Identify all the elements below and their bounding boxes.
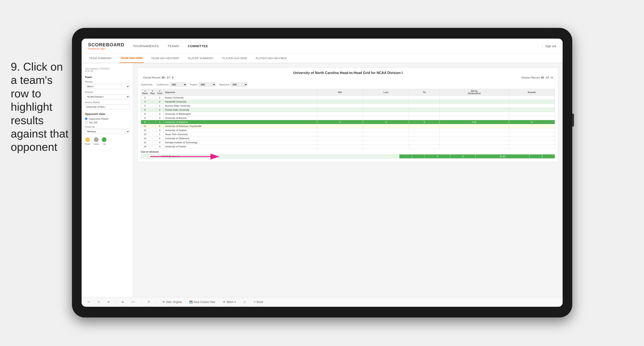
cell-conf: 2 (156, 136, 164, 140)
division-select[interactable]: NCAA Division I (85, 94, 130, 99)
diff-header: Diff AvStrokes/Rnd (440, 89, 509, 96)
cell-diff (440, 132, 509, 136)
sidebar-division-label: Division (85, 91, 130, 93)
nav-items: TOURNAMENTS TEAMS COMMITTEE (133, 43, 542, 49)
cell-tie: 0 (409, 120, 440, 124)
top100-radio[interactable]: Top 100 (85, 121, 130, 124)
sub-nav-team-summary[interactable]: TEAM SUMMARY (88, 54, 113, 63)
table-row[interactable]: 14 - 2 University of Oklahoma (141, 136, 555, 140)
table-row[interactable]: 13 - 1 Texas Tech University (141, 132, 555, 136)
navigation-bar: SCOREBOARD Powered by clippi TOURNAMENTS… (82, 39, 562, 54)
share-options-button[interactable]: ⬡ (242, 300, 248, 304)
cell-opponent: Auburn University (164, 96, 317, 100)
cell-conf: 5 (156, 120, 164, 124)
table-body: 2 - 1 Auburn University 3 - 2 Vanderbilt… (141, 96, 555, 149)
sub-nav-player-summary[interactable]: PLAYER SUMMARY (187, 54, 215, 63)
toolbar-sep-3 (156, 300, 156, 304)
sidebar-school-label: School (Rank) (85, 101, 130, 104)
sidebar-gender-label: Gender (85, 80, 130, 83)
tablet-screen: SCOREBOARD Powered by clippi TOURNAMENTS… (82, 39, 562, 307)
rounds-header: Rounds (509, 89, 555, 96)
table-row[interactable]: 4 - 1 Arizona State University (141, 104, 555, 108)
table-row[interactable]: 15 - 4 Georgia Institute of Technology (141, 140, 555, 145)
cell-reg: - (149, 124, 156, 128)
cell-opponent: University of Arizona (164, 116, 317, 120)
sidebar-legend: Down Level Up (85, 137, 130, 145)
undo-button[interactable]: ↩ (86, 300, 92, 304)
cell-tie (409, 116, 440, 120)
table-row[interactable]: 9 - 3 University of Arizona (141, 116, 555, 120)
cell-rank: 8 (141, 112, 149, 116)
cell-conf: 3 (156, 145, 164, 149)
gender-select[interactable]: Men's (85, 84, 130, 89)
table-row[interactable]: 10 - 5 University of Alabama 3 0 0 2.61 … (141, 120, 555, 124)
rank-header: #Rank (141, 89, 149, 96)
table-row[interactable]: 6 - 2 Florida State University (141, 108, 555, 112)
cell-win (317, 116, 363, 120)
out-of-division-row[interactable]: NCAA Division II 1 0 0 26.00 3 (141, 154, 555, 159)
cell-rank: 9 (141, 116, 149, 120)
nav-committee[interactable]: COMMITTEE (188, 43, 208, 49)
sign-out-button[interactable]: Sign out (545, 44, 556, 48)
cell-loss (363, 132, 409, 136)
opponent-select[interactable]: (All) (230, 82, 248, 87)
ood-rounds: 3 (529, 154, 555, 159)
cell-win (317, 100, 363, 104)
filter-row: Opponents: Conference (All) Region (All) (141, 82, 555, 87)
opponents-label: Opponents: (141, 83, 153, 86)
cell-opponent: University of Washington (164, 112, 317, 116)
cell-opponent: Georgia Institute of Technology (164, 140, 317, 145)
nav-tournaments[interactable]: TOURNAMENTS (133, 43, 159, 49)
region-select[interactable]: (All) (199, 82, 216, 87)
cell-reg: - (149, 108, 156, 112)
sub-nav-team-h2h-heatmap[interactable]: TEAM H2H HEATMAP (150, 54, 180, 63)
sub-nav-team-h2h-grid[interactable]: TEAM H2H GRID (120, 54, 144, 63)
colour-by-select[interactable]: Win/loss (85, 129, 130, 134)
table-row[interactable]: 8 - 2 University of Washington (141, 112, 555, 116)
redo-button[interactable]: ↪ (96, 300, 101, 304)
share-icon: ↗ (254, 301, 256, 304)
legend-up: Up (102, 137, 106, 145)
logo-powered: Powered by clippi (88, 48, 124, 50)
table-row[interactable]: 2 - 1 Auburn University (141, 96, 555, 100)
ood-win: 1 (400, 154, 425, 159)
cell-rounds (509, 128, 555, 132)
instruction-text: 9. Click on a team's row to highlight re… (11, 60, 71, 154)
sub-nav-player-h2h-grid[interactable]: PLAYER H2H GRID (221, 54, 248, 63)
cell-rank: 12 (141, 128, 149, 132)
division-record: Division Record: 88 - 17 - 0 (522, 76, 553, 79)
cell-win (317, 128, 363, 132)
legend-level-dot (94, 137, 98, 142)
sub-nav-player-h2h-heatmap[interactable]: PLAYER H2H HEATMAP (255, 54, 288, 63)
sidebar: Last Updated: 27/03/2024 16:55:38 Team G… (82, 63, 133, 297)
cell-opponent: University of Oklahoma (164, 136, 317, 140)
cell-loss (363, 145, 409, 149)
cell-loss (363, 124, 409, 128)
table-row[interactable]: 16 - 3 University of Florida (141, 145, 555, 149)
copy-button[interactable]: ⧉ (120, 300, 126, 304)
tablet-button (572, 114, 574, 127)
watch-button[interactable]: 👁 Watch ▾ (221, 300, 238, 304)
conference-select[interactable]: (All) (170, 82, 187, 87)
clock-button[interactable]: ⏱ (146, 300, 152, 304)
cell-conf: 3 (156, 128, 164, 132)
table-row[interactable]: 11 - 6 University of Arkansas, Fayettevi… (141, 124, 555, 128)
table-row[interactable]: 12 - 3 University of Virginia (141, 128, 555, 132)
table-row[interactable]: 3 - 2 Vanderbilt University (141, 100, 555, 104)
nav-teams[interactable]: TEAMS (168, 43, 179, 49)
add-button[interactable]: +○- (130, 300, 137, 304)
step-back-button[interactable]: ⟲ (106, 300, 111, 304)
cell-loss (363, 136, 409, 140)
cell-loss (363, 112, 409, 116)
opponents-played-radio[interactable]: Opponents Played (85, 117, 130, 120)
cell-reg: - (149, 116, 156, 120)
share-button[interactable]: ↗ Share (252, 300, 265, 304)
save-custom-view-button[interactable]: 💾 Save Custom View (188, 300, 217, 304)
ood-conf (154, 154, 160, 159)
school-input[interactable] (85, 104, 130, 109)
view-original-button[interactable]: 👁 View: Original (160, 300, 184, 304)
cell-rounds: 8 (509, 120, 555, 124)
cell-rank: 3 (141, 100, 149, 104)
cell-win (317, 140, 363, 145)
cell-loss (363, 96, 409, 100)
